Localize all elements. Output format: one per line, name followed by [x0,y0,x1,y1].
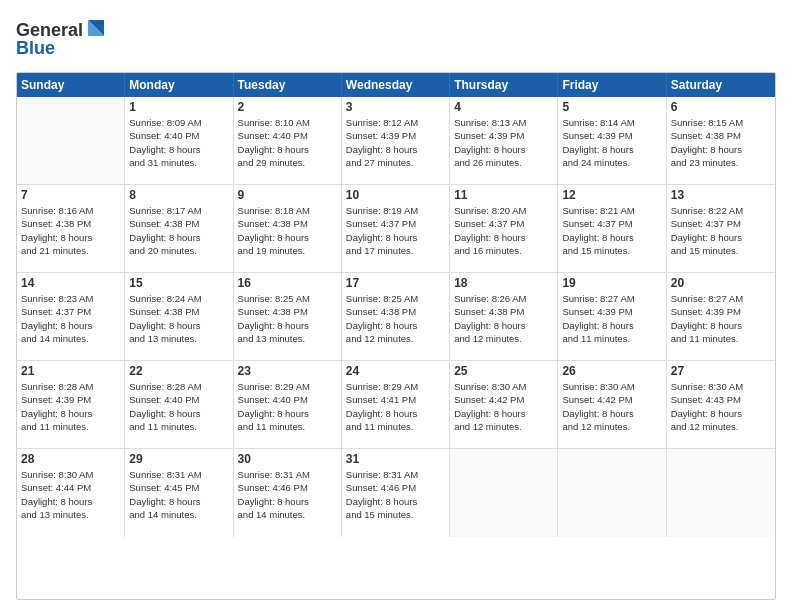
day-number: 12 [562,188,661,202]
day-number: 3 [346,100,445,114]
cal-week-3: 14Sunrise: 8:23 AM Sunset: 4:37 PM Dayli… [17,273,775,361]
cal-cell: 1Sunrise: 8:09 AM Sunset: 4:40 PM Daylig… [125,97,233,184]
cell-info: Sunrise: 8:31 AM Sunset: 4:45 PM Dayligh… [129,468,228,521]
cal-week-2: 7Sunrise: 8:16 AM Sunset: 4:38 PM Daylig… [17,185,775,273]
cal-cell: 17Sunrise: 8:25 AM Sunset: 4:38 PM Dayli… [342,273,450,360]
cell-info: Sunrise: 8:09 AM Sunset: 4:40 PM Dayligh… [129,116,228,169]
cal-cell: 2Sunrise: 8:10 AM Sunset: 4:40 PM Daylig… [234,97,342,184]
day-number: 28 [21,452,120,466]
cal-cell: 8Sunrise: 8:17 AM Sunset: 4:38 PM Daylig… [125,185,233,272]
cal-cell: 26Sunrise: 8:30 AM Sunset: 4:42 PM Dayli… [558,361,666,448]
day-number: 25 [454,364,553,378]
cal-cell: 19Sunrise: 8:27 AM Sunset: 4:39 PM Dayli… [558,273,666,360]
cal-cell: 11Sunrise: 8:20 AM Sunset: 4:37 PM Dayli… [450,185,558,272]
cal-cell: 25Sunrise: 8:30 AM Sunset: 4:42 PM Dayli… [450,361,558,448]
day-number: 1 [129,100,228,114]
cell-info: Sunrise: 8:14 AM Sunset: 4:39 PM Dayligh… [562,116,661,169]
day-number: 8 [129,188,228,202]
day-number: 31 [346,452,445,466]
cell-info: Sunrise: 8:30 AM Sunset: 4:44 PM Dayligh… [21,468,120,521]
day-number: 26 [562,364,661,378]
header: General Blue [16,12,776,64]
day-number: 21 [21,364,120,378]
cell-info: Sunrise: 8:29 AM Sunset: 4:41 PM Dayligh… [346,380,445,433]
cal-cell: 29Sunrise: 8:31 AM Sunset: 4:45 PM Dayli… [125,449,233,537]
cell-info: Sunrise: 8:20 AM Sunset: 4:37 PM Dayligh… [454,204,553,257]
cell-info: Sunrise: 8:19 AM Sunset: 4:37 PM Dayligh… [346,204,445,257]
day-number: 10 [346,188,445,202]
day-number: 20 [671,276,771,290]
day-number: 2 [238,100,337,114]
cell-info: Sunrise: 8:25 AM Sunset: 4:38 PM Dayligh… [346,292,445,345]
cell-info: Sunrise: 8:15 AM Sunset: 4:38 PM Dayligh… [671,116,771,169]
cal-cell: 4Sunrise: 8:13 AM Sunset: 4:39 PM Daylig… [450,97,558,184]
cal-cell: 14Sunrise: 8:23 AM Sunset: 4:37 PM Dayli… [17,273,125,360]
day-number: 29 [129,452,228,466]
day-number: 23 [238,364,337,378]
header-day-monday: Monday [125,73,233,97]
day-number: 11 [454,188,553,202]
header-day-friday: Friday [558,73,666,97]
day-number: 17 [346,276,445,290]
cal-cell: 5Sunrise: 8:14 AM Sunset: 4:39 PM Daylig… [558,97,666,184]
header-day-saturday: Saturday [667,73,775,97]
page: General Blue SundayMondayTuesdayWednesda… [0,0,792,612]
cell-info: Sunrise: 8:24 AM Sunset: 4:38 PM Dayligh… [129,292,228,345]
cal-cell: 30Sunrise: 8:31 AM Sunset: 4:46 PM Dayli… [234,449,342,537]
cell-info: Sunrise: 8:22 AM Sunset: 4:37 PM Dayligh… [671,204,771,257]
day-number: 16 [238,276,337,290]
header-day-wednesday: Wednesday [342,73,450,97]
cal-cell [667,449,775,537]
cell-info: Sunrise: 8:21 AM Sunset: 4:37 PM Dayligh… [562,204,661,257]
cal-cell: 22Sunrise: 8:28 AM Sunset: 4:40 PM Dayli… [125,361,233,448]
header-day-sunday: Sunday [17,73,125,97]
cell-info: Sunrise: 8:13 AM Sunset: 4:39 PM Dayligh… [454,116,553,169]
calendar: SundayMondayTuesdayWednesdayThursdayFrid… [16,72,776,600]
cell-info: Sunrise: 8:30 AM Sunset: 4:43 PM Dayligh… [671,380,771,433]
cal-cell: 16Sunrise: 8:25 AM Sunset: 4:38 PM Dayli… [234,273,342,360]
cal-cell: 23Sunrise: 8:29 AM Sunset: 4:40 PM Dayli… [234,361,342,448]
day-number: 19 [562,276,661,290]
day-number: 22 [129,364,228,378]
day-number: 18 [454,276,553,290]
cell-info: Sunrise: 8:12 AM Sunset: 4:39 PM Dayligh… [346,116,445,169]
cal-cell [17,97,125,184]
cell-info: Sunrise: 8:28 AM Sunset: 4:40 PM Dayligh… [129,380,228,433]
cal-cell: 28Sunrise: 8:30 AM Sunset: 4:44 PM Dayli… [17,449,125,537]
cal-cell: 9Sunrise: 8:18 AM Sunset: 4:38 PM Daylig… [234,185,342,272]
cal-cell: 12Sunrise: 8:21 AM Sunset: 4:37 PM Dayli… [558,185,666,272]
cal-week-1: 1Sunrise: 8:09 AM Sunset: 4:40 PM Daylig… [17,97,775,185]
day-number: 5 [562,100,661,114]
header-day-thursday: Thursday [450,73,558,97]
cell-info: Sunrise: 8:31 AM Sunset: 4:46 PM Dayligh… [238,468,337,521]
cell-info: Sunrise: 8:17 AM Sunset: 4:38 PM Dayligh… [129,204,228,257]
cal-week-4: 21Sunrise: 8:28 AM Sunset: 4:39 PM Dayli… [17,361,775,449]
cal-cell: 18Sunrise: 8:26 AM Sunset: 4:38 PM Dayli… [450,273,558,360]
day-number: 24 [346,364,445,378]
cal-cell [558,449,666,537]
day-number: 9 [238,188,337,202]
cell-info: Sunrise: 8:23 AM Sunset: 4:37 PM Dayligh… [21,292,120,345]
cal-cell [450,449,558,537]
calendar-header: SundayMondayTuesdayWednesdayThursdayFrid… [17,73,775,97]
cell-info: Sunrise: 8:27 AM Sunset: 4:39 PM Dayligh… [671,292,771,345]
calendar-body: 1Sunrise: 8:09 AM Sunset: 4:40 PM Daylig… [17,97,775,537]
cell-info: Sunrise: 8:30 AM Sunset: 4:42 PM Dayligh… [454,380,553,433]
cal-cell: 24Sunrise: 8:29 AM Sunset: 4:41 PM Dayli… [342,361,450,448]
day-number: 6 [671,100,771,114]
cell-info: Sunrise: 8:25 AM Sunset: 4:38 PM Dayligh… [238,292,337,345]
cell-info: Sunrise: 8:28 AM Sunset: 4:39 PM Dayligh… [21,380,120,433]
cal-cell: 15Sunrise: 8:24 AM Sunset: 4:38 PM Dayli… [125,273,233,360]
cal-cell: 31Sunrise: 8:31 AM Sunset: 4:46 PM Dayli… [342,449,450,537]
svg-text:General: General [16,20,83,40]
cell-info: Sunrise: 8:18 AM Sunset: 4:38 PM Dayligh… [238,204,337,257]
header-day-tuesday: Tuesday [234,73,342,97]
cell-info: Sunrise: 8:31 AM Sunset: 4:46 PM Dayligh… [346,468,445,521]
cell-info: Sunrise: 8:26 AM Sunset: 4:38 PM Dayligh… [454,292,553,345]
cell-info: Sunrise: 8:16 AM Sunset: 4:38 PM Dayligh… [21,204,120,257]
cal-cell: 27Sunrise: 8:30 AM Sunset: 4:43 PM Dayli… [667,361,775,448]
day-number: 27 [671,364,771,378]
cell-info: Sunrise: 8:27 AM Sunset: 4:39 PM Dayligh… [562,292,661,345]
logo-text: General Blue [16,16,106,64]
day-number: 4 [454,100,553,114]
